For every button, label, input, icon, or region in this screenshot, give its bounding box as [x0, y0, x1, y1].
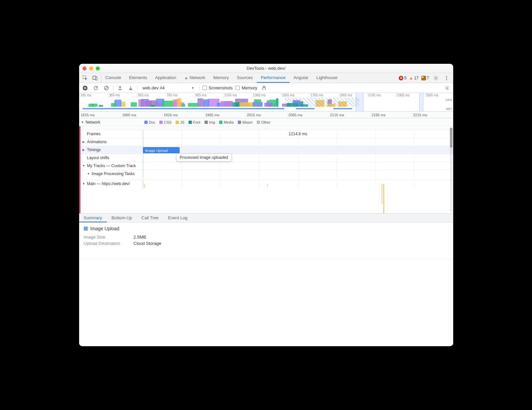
- tracks-container: ··· ▶ Frames 1214.8 ms ▶ Animations: [79, 126, 453, 213]
- custom-track-group: ▼ My Tracks — Custom Track: [80, 162, 453, 170]
- timing-event-image-upload[interactable]: Image Upload: [143, 147, 180, 153]
- traffic-lights: [82, 66, 100, 70]
- warning-count[interactable]: ▲ 17: [409, 76, 419, 80]
- summary-row: Upload DestinationCloud Storage: [84, 240, 449, 247]
- error-count[interactable]: ✕ 5: [399, 76, 407, 80]
- network-header-row: ▼ Network DocCSSJSFontImgMediaWasmOther: [79, 118, 453, 126]
- layout-shifts-track: ▶ Layout shifts: [80, 154, 453, 162]
- capture-settings-icon[interactable]: [443, 84, 451, 92]
- overview-tick: 1165 ms: [223, 93, 252, 98]
- settings-icon[interactable]: [432, 74, 440, 82]
- legend-css: CSS: [159, 120, 172, 124]
- image-processing-toggle[interactable]: ▼ Image Processing Tasks: [80, 170, 143, 177]
- overview-tick: 2565 ms: [424, 93, 453, 98]
- detail-tab-summary[interactable]: Summary: [79, 214, 107, 222]
- tab-memory[interactable]: Memory: [209, 73, 233, 83]
- summary-color-swatch: [84, 227, 88, 231]
- tab-performance[interactable]: Performance: [257, 73, 289, 83]
- overview-tick: 2165 ms: [367, 93, 396, 98]
- download-profile-icon[interactable]: [127, 84, 135, 92]
- issues-icon: ⚑: [421, 76, 426, 80]
- tab-elements[interactable]: Elements: [125, 73, 151, 83]
- overview-tick: 1365 ms: [252, 93, 281, 98]
- ruler-tick: 2215 ms: [412, 112, 453, 118]
- tab-sources[interactable]: Sources: [233, 73, 257, 83]
- minimize-window-button[interactable]: [89, 66, 93, 70]
- main-thread-toggle[interactable]: ▼ Main — https://web.dev/: [80, 180, 143, 187]
- tab-application[interactable]: Application: [151, 73, 180, 83]
- window-title: DevTools - web.dev/: [246, 66, 285, 71]
- overview-selection-2[interactable]: [419, 93, 423, 111]
- main-thread-track: ▼ Main — https://web.dev/: [80, 180, 453, 213]
- network-track-toggle[interactable]: ▼ Network: [79, 119, 142, 126]
- chevron-right-icon: ▶: [82, 148, 86, 152]
- kebab-menu-icon[interactable]: [443, 74, 451, 82]
- animations-toggle[interactable]: ▶ Animations: [80, 138, 143, 146]
- summary-title: Image Upload: [90, 226, 119, 231]
- screenshots-checkbox[interactable]: Screenshots: [202, 85, 233, 90]
- overview-tick: 1565 ms: [280, 93, 309, 98]
- perf-toolbar: web.dev #4 ▼ Screenshots Memory: [79, 83, 453, 93]
- detail-tab-event-log[interactable]: Event Log: [163, 214, 192, 222]
- chevron-down-icon: ▼: [192, 86, 195, 90]
- layout-shifts-toggle[interactable]: ▶ Layout shifts: [80, 154, 143, 161]
- profile-selector[interactable]: web.dev #4 ▼: [140, 84, 197, 91]
- detail-tab-call-tree[interactable]: Call Tree: [137, 214, 163, 222]
- overview-tick: 765 ms: [165, 93, 194, 98]
- inspect-element-icon[interactable]: [81, 74, 89, 82]
- frames-toggle[interactable]: ▶ Frames: [80, 130, 143, 138]
- ruler-tick: 2165 ms: [370, 112, 412, 118]
- zoom-window-button[interactable]: [96, 66, 100, 70]
- chevron-down-icon: ▼: [81, 121, 84, 124]
- overview-tick: 365 ms: [108, 93, 137, 98]
- tab-lighthouse[interactable]: Lighthouse: [312, 73, 341, 83]
- cpu-label: CPU: [446, 98, 452, 102]
- svg-point-4: [446, 76, 447, 77]
- legend-media: Media: [219, 120, 234, 124]
- overview-tick: 1765 ms: [309, 93, 338, 98]
- device-toolbar-icon[interactable]: [91, 74, 99, 82]
- timings-toggle[interactable]: ▶ Timings: [80, 146, 143, 154]
- detail-tab-bottom-up[interactable]: Bottom-Up: [107, 214, 137, 222]
- overview-timeline[interactable]: 165 ms365 ms565 ms765 ms965 ms1165 ms136…: [79, 93, 453, 112]
- vertical-scrollbar[interactable]: [450, 128, 453, 212]
- timings-track: ▶ Timings Image Upload Processed image u…: [80, 146, 453, 154]
- legend-font: Font: [189, 120, 200, 124]
- close-window-button[interactable]: [82, 66, 86, 70]
- memory-checkbox[interactable]: Memory: [235, 85, 257, 90]
- overview-selection[interactable]: [356, 93, 363, 111]
- warning-icon: ▲: [409, 76, 413, 80]
- legend-wasm: Wasm: [238, 120, 253, 124]
- garbage-collect-icon[interactable]: [260, 84, 268, 92]
- reload-record-button[interactable]: [92, 84, 100, 92]
- overview-tick: 165 ms: [79, 93, 108, 98]
- empty-area: [79, 259, 453, 346]
- tab-console[interactable]: Console: [101, 73, 125, 83]
- chevron-right-icon: ▶: [82, 140, 86, 144]
- error-icon: ✕: [399, 76, 403, 80]
- legend-img: Img: [204, 120, 215, 124]
- summary-row: Image Size2.5MB: [84, 234, 449, 240]
- clear-button[interactable]: [102, 84, 110, 92]
- legend-other: Other: [257, 120, 271, 124]
- ruler-tick: 1965 ms: [204, 112, 245, 118]
- detail-ruler[interactable]: 1815 ms1865 ms1915 ms1965 ms2015 ms2065 …: [79, 112, 453, 118]
- upload-profile-icon[interactable]: [116, 84, 124, 92]
- tab-angular[interactable]: Angular: [290, 73, 313, 83]
- collapsed-rows-indicator[interactable]: ···: [80, 126, 453, 130]
- tab-network[interactable]: ▲Network: [180, 73, 209, 83]
- svg-point-8: [447, 87, 448, 89]
- image-processing-track: ▼ Image Processing Tasks: [80, 170, 453, 180]
- ruler-tick: 1865 ms: [121, 112, 162, 118]
- network-legend: DocCSSJSFontImgMediaWasmOther: [142, 119, 273, 126]
- frames-track: ▶ Frames 1214.8 ms: [80, 130, 453, 138]
- network-label: Network: [86, 120, 100, 125]
- chevron-down-icon: ▼: [87, 172, 90, 175]
- detail-tabs: SummaryBottom-UpCall TreeEvent Log: [79, 213, 453, 223]
- record-button[interactable]: [81, 84, 89, 92]
- panel-tabs: ConsoleElementsApplication▲NetworkMemory…: [79, 73, 453, 83]
- issues-count[interactable]: ⚑ 7: [421, 76, 429, 80]
- devtools-window: DevTools - web.dev/ ConsoleElementsAppli…: [79, 64, 453, 346]
- custom-track-toggle[interactable]: ▼ My Tracks — Custom Track: [80, 162, 143, 169]
- ruler-tick: 2065 ms: [287, 112, 329, 118]
